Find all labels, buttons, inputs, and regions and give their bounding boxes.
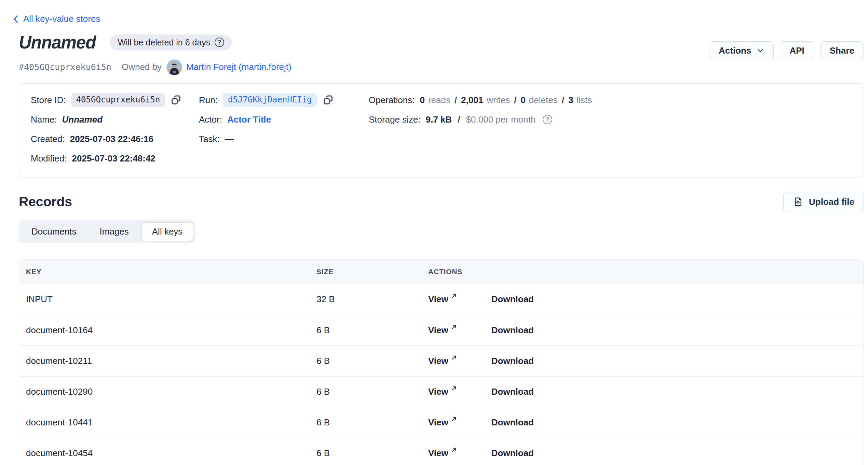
operations-value: 0 bbox=[520, 95, 525, 105]
record-actions: View Download bbox=[421, 386, 864, 397]
download-link-label: Download bbox=[491, 325, 534, 336]
created-value: 2025-07-03 22:46:16 bbox=[70, 134, 153, 144]
actions-button[interactable]: Actions bbox=[709, 41, 774, 60]
record-size: 6 B bbox=[316, 417, 421, 428]
external-link-icon bbox=[451, 353, 457, 363]
record-size: 6 B bbox=[316, 325, 421, 336]
header-buttons: Actions API Share bbox=[709, 41, 864, 60]
external-link-icon bbox=[451, 445, 457, 455]
records-heading: Records bbox=[19, 194, 72, 209]
download-link-label: Download bbox=[491, 386, 534, 397]
store-info-card: Store ID: 405GQcuprxeku6i5n Name: Unname… bbox=[19, 83, 864, 178]
record-size: 6 B bbox=[316, 448, 421, 459]
table-row: document-10164 6 B View Download bbox=[19, 315, 864, 346]
download-link[interactable]: Download bbox=[491, 325, 534, 336]
name-value: Unnamed bbox=[62, 114, 103, 125]
record-key: document-10290 bbox=[26, 386, 316, 397]
record-key: document-10211 bbox=[26, 356, 316, 366]
tab-images[interactable]: Images bbox=[89, 222, 139, 241]
breadcrumb-label: All key-value stores bbox=[23, 14, 100, 24]
storage-help-icon[interactable] bbox=[543, 115, 552, 124]
record-key: document-10441 bbox=[26, 417, 316, 428]
run-row: Run: d5J7GKkjDaenHEIig bbox=[199, 90, 369, 110]
download-link-label: Download bbox=[491, 356, 534, 366]
meta-line: #405GQcuprxeku6i5n Owned by bbox=[19, 59, 291, 75]
store-id-chip: 405GQcuprxeku6i5n bbox=[71, 93, 165, 107]
owner-link[interactable]: Martin Forejt (martin.forejt) bbox=[186, 62, 291, 72]
run-chip[interactable]: d5J7GKkjDaenHEIig bbox=[223, 93, 317, 107]
download-link[interactable]: Download bbox=[491, 448, 534, 459]
created-label: Created: bbox=[31, 134, 65, 144]
view-link[interactable]: View bbox=[428, 448, 457, 459]
deletion-badge: Will be deleted in 6 days bbox=[110, 34, 232, 51]
table-row: document-10290 6 B View Download bbox=[19, 376, 864, 407]
external-link-icon bbox=[451, 322, 457, 333]
operations-label: Operations: bbox=[369, 95, 415, 105]
column-header-size: SIZE bbox=[316, 268, 421, 276]
download-link[interactable]: Download bbox=[491, 417, 534, 428]
actor-link[interactable]: Actor Title bbox=[227, 114, 271, 125]
download-link[interactable]: Download bbox=[491, 356, 534, 366]
record-actions: View Download bbox=[421, 356, 864, 366]
records-tabs: DocumentsImagesAll keys bbox=[19, 220, 195, 243]
operations-separator: / bbox=[513, 95, 517, 105]
view-link-label: View bbox=[428, 356, 448, 366]
operations-value: 0 bbox=[420, 95, 424, 105]
modified-value: 2025-07-03 22:48:42 bbox=[72, 153, 155, 164]
record-size: 6 B bbox=[316, 386, 421, 397]
storage-label: Storage size: bbox=[369, 114, 421, 125]
upload-file-icon bbox=[793, 197, 803, 207]
operations-separator: / bbox=[561, 95, 565, 105]
records-header-row: Records Upload file bbox=[19, 192, 864, 212]
download-link[interactable]: Download bbox=[491, 294, 534, 305]
table-row: document-10211 6 B View Download bbox=[19, 346, 864, 376]
header-left: Unnamed Will be deleted in 6 days #405GQ… bbox=[19, 32, 291, 75]
actor-label: Actor: bbox=[199, 114, 222, 125]
chevron-down-icon bbox=[757, 47, 764, 54]
help-icon[interactable] bbox=[215, 38, 224, 47]
table-row: INPUT 32 B View Download bbox=[19, 284, 864, 315]
column-header-key: KEY bbox=[26, 268, 316, 276]
table-header: KEY SIZE ACTIONS bbox=[19, 260, 864, 284]
view-link[interactable]: View bbox=[428, 356, 457, 366]
external-link-icon bbox=[451, 414, 457, 425]
share-button[interactable]: Share bbox=[820, 41, 864, 60]
view-link[interactable]: View bbox=[428, 325, 457, 336]
view-link[interactable]: View bbox=[428, 417, 457, 428]
created-row: Created: 2025-07-03 22:46:16 bbox=[31, 129, 199, 149]
info-column-1: Store ID: 405GQcuprxeku6i5n Name: Unname… bbox=[31, 90, 199, 168]
download-link[interactable]: Download bbox=[491, 386, 534, 397]
avatar bbox=[166, 59, 182, 75]
actions-button-label: Actions bbox=[719, 45, 751, 56]
view-link[interactable]: View bbox=[428, 386, 457, 397]
tab-documents[interactable]: Documents bbox=[21, 222, 87, 241]
tab-all-keys[interactable]: All keys bbox=[141, 222, 193, 241]
api-button[interactable]: API bbox=[780, 41, 814, 60]
record-actions: View Download bbox=[421, 325, 864, 336]
record-actions: View Download bbox=[421, 294, 864, 305]
run-label: Run: bbox=[199, 95, 218, 105]
operations-values: 0reads/2,001writes/0deletes/3lists bbox=[420, 95, 592, 105]
task-value: — bbox=[225, 134, 234, 144]
view-link-label: View bbox=[428, 448, 448, 459]
upload-file-button[interactable]: Upload file bbox=[783, 192, 864, 212]
key-value-store-page: All key-value stores Unnamed Will be del… bbox=[0, 0, 868, 465]
copy-run-id-button[interactable] bbox=[322, 94, 335, 107]
task-row: Task: — bbox=[199, 129, 369, 149]
task-label: Task: bbox=[199, 134, 220, 144]
name-row: Name: Unnamed bbox=[31, 110, 199, 129]
breadcrumb[interactable]: All key-value stores bbox=[12, 14, 100, 24]
copy-store-id-button[interactable] bbox=[169, 94, 182, 107]
view-link-label: View bbox=[428, 417, 448, 428]
operations-unit: reads bbox=[428, 95, 450, 105]
store-id-row: Store ID: 405GQcuprxeku6i5n bbox=[31, 90, 199, 110]
chevron-left-icon bbox=[12, 15, 20, 24]
record-actions: View Download bbox=[421, 417, 864, 428]
operations-unit: deletes bbox=[529, 95, 558, 105]
download-link-label: Download bbox=[491, 448, 534, 459]
info-column-2: Run: d5J7GKkjDaenHEIig Actor: Actor Titl… bbox=[199, 90, 369, 168]
external-link-icon bbox=[451, 383, 457, 394]
column-header-actions: ACTIONS bbox=[421, 268, 864, 276]
record-key: document-10454 bbox=[26, 448, 316, 459]
view-link[interactable]: View bbox=[428, 294, 457, 305]
